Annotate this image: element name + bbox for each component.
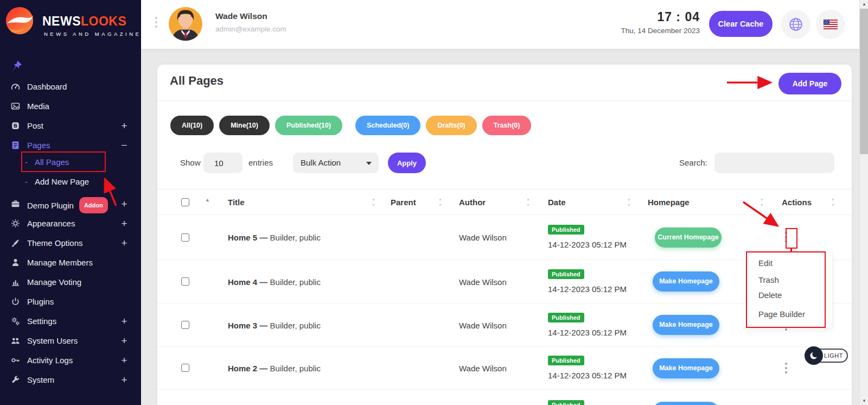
brand-name: NEWSLOOKS — [42, 14, 126, 29]
locale-flag-button[interactable] — [816, 10, 845, 39]
author-cell: Wade Wilson — [459, 320, 507, 330]
scrollbar-thumb[interactable] — [860, 9, 868, 154]
current-homepage-button[interactable]: Current Homepage — [655, 227, 722, 248]
search-input[interactable] — [714, 153, 834, 173]
status-badge: Published — [548, 400, 584, 405]
col-author[interactable]: Author — [459, 189, 486, 216]
globe-icon — [789, 17, 803, 31]
col-date[interactable]: Date — [548, 189, 566, 216]
row-checkbox[interactable] — [181, 277, 189, 286]
row-checkbox[interactable] — [181, 233, 189, 242]
sort-asc-icon[interactable]: ▲ — [205, 197, 210, 202]
expand-plus-icon[interactable]: + — [117, 334, 131, 348]
expand-plus-icon[interactable]: + — [117, 236, 131, 250]
plugins-icon — [11, 297, 20, 306]
sidebar-item-manage-voting[interactable]: Manage Voting — [0, 275, 141, 289]
menu-item-delete[interactable]: Delete — [758, 290, 782, 301]
brand-logo[interactable]: NEWSLOOKS NEWS AND MAGAZINE — [4, 5, 140, 43]
row-actions-kebab-icon[interactable] — [785, 232, 787, 243]
sidebar-item-label: Add New Page — [35, 175, 89, 189]
sidebar-item-all-pages[interactable]: - All Pages — [0, 155, 141, 169]
row-checkbox[interactable] — [181, 364, 189, 372]
expand-plus-icon[interactable]: + — [117, 119, 131, 133]
sidebar-item-dashboard[interactable]: Dashboard — [0, 80, 141, 94]
demo-plugin-icon — [11, 199, 20, 208]
menu-item-page-builder[interactable]: Page Builder — [758, 309, 805, 320]
sidebar-item-pages[interactable]: Pages − — [0, 138, 141, 153]
make-homepage-button[interactable]: Make Homepage — [653, 358, 719, 378]
select-all-checkbox[interactable] — [181, 198, 189, 206]
collapse-minus-icon[interactable]: − — [117, 138, 131, 153]
sidebar-item-label: Theme Options — [27, 236, 83, 250]
expand-plus-icon[interactable]: + — [117, 314, 131, 328]
header-kebab-menu-icon[interactable] — [155, 17, 157, 28]
brand-tagline: NEWS AND MAGAZINE — [44, 31, 141, 37]
row-checkbox[interactable] — [181, 321, 189, 329]
system-icon — [11, 375, 20, 384]
sort-icons[interactable]: ▲▼ — [526, 197, 530, 208]
sidebar-item-activity-logs[interactable]: Activity Logs + — [0, 353, 141, 368]
sidebar-item-settings[interactable]: Settings + — [0, 314, 141, 328]
make-homepage-button[interactable]: Make Homepage — [653, 315, 719, 335]
vertical-scrollbar[interactable]: ▲ ▼ — [859, 0, 868, 405]
clear-cache-button[interactable]: Clear Cache — [709, 11, 773, 37]
apply-button[interactable]: Apply — [388, 153, 426, 173]
bulk-action-select[interactable]: Bulk Action — [293, 153, 379, 173]
user-email: admin@example.com — [215, 25, 286, 33]
sort-icons[interactable]: ▲▼ — [372, 197, 375, 208]
bulk-action-value: Bulk Action — [301, 158, 341, 167]
sidebar-item-system[interactable]: System + — [0, 373, 141, 387]
menu-item-trash[interactable]: Trash — [758, 275, 779, 286]
scroll-down-icon[interactable]: ▼ — [860, 398, 868, 403]
expand-plus-icon[interactable]: + — [117, 197, 131, 211]
expand-plus-icon[interactable]: + — [117, 217, 131, 231]
expand-plus-icon[interactable]: + — [117, 373, 131, 387]
make-homepage-button[interactable]: Make Homepage — [653, 402, 719, 405]
sidebar-item-label: System — [27, 373, 54, 387]
sort-icons[interactable]: ▲▼ — [760, 197, 764, 208]
manage-voting-icon — [11, 277, 20, 287]
app-root: NEWSLOOKS NEWS AND MAGAZINE Dashboard Me… — [0, 0, 868, 405]
filter-trash[interactable]: Trash(0) — [482, 116, 532, 135]
sidebar-item-appearances[interactable]: Appearances + — [0, 217, 141, 231]
expand-plus-icon[interactable]: + — [117, 353, 131, 368]
sidebar-item-label: Manage Members — [27, 256, 93, 270]
sidebar-item-media[interactable]: Media — [0, 99, 141, 113]
filter-scheduled[interactable]: Scheduled(0) — [355, 116, 421, 135]
sidebar-item-system-users[interactable]: System Users + — [0, 334, 141, 348]
sort-icons[interactable]: ▲▼ — [831, 197, 835, 208]
entries-count-input[interactable] — [203, 153, 242, 173]
col-title[interactable]: Title — [228, 189, 245, 216]
sidebar-item-label: System Users — [27, 334, 78, 348]
scroll-up-icon[interactable]: ▲ — [860, 2, 868, 7]
sort-icons[interactable]: ▲▼ — [627, 197, 631, 208]
clock-time: 17 : 04 — [618, 10, 700, 24]
status-badge: Published — [548, 356, 584, 365]
user-avatar[interactable] — [168, 7, 203, 41]
col-homepage[interactable]: Homepage — [648, 189, 690, 216]
sidebar-item-add-new-page[interactable]: - Add New Page — [0, 175, 141, 189]
author-cell: Wade Wilson — [459, 233, 507, 242]
add-page-button[interactable]: Add Page — [778, 73, 841, 94]
sidebar-item-manage-members[interactable]: Manage Members — [0, 256, 141, 270]
menu-item-edit[interactable]: Edit — [758, 258, 773, 269]
pushpin-icon[interactable] — [10, 60, 23, 73]
language-globe-button[interactable] — [781, 10, 810, 39]
sidebar-item-theme-options[interactable]: Theme Options + — [0, 236, 141, 250]
col-actions[interactable]: Actions — [782, 189, 812, 216]
filter-drafts[interactable]: Drafts(0) — [426, 116, 476, 135]
sidebar: NEWSLOOKS NEWS AND MAGAZINE Dashboard Me… — [0, 0, 141, 405]
sidebar-item-label: Demo PluginAddon — [27, 197, 108, 213]
make-homepage-button[interactable]: Make Homepage — [653, 271, 719, 292]
filter-all[interactable]: All(10) — [170, 116, 214, 135]
sort-icons[interactable]: ▲▼ — [438, 197, 442, 208]
col-parent[interactable]: Parent — [391, 189, 416, 216]
filter-mine[interactable]: Mine(10) — [219, 116, 270, 135]
brand-name-primary: NEWS — [42, 14, 81, 28]
settings-icon — [11, 317, 20, 326]
sidebar-item-demo-plugin[interactable]: Demo PluginAddon + — [0, 197, 141, 211]
sidebar-item-plugins[interactable]: Plugins — [0, 295, 141, 309]
row-actions-kebab-icon[interactable] — [785, 363, 787, 374]
filter-published[interactable]: Published(10) — [275, 116, 342, 135]
sidebar-item-post[interactable]: Post + — [0, 119, 141, 133]
